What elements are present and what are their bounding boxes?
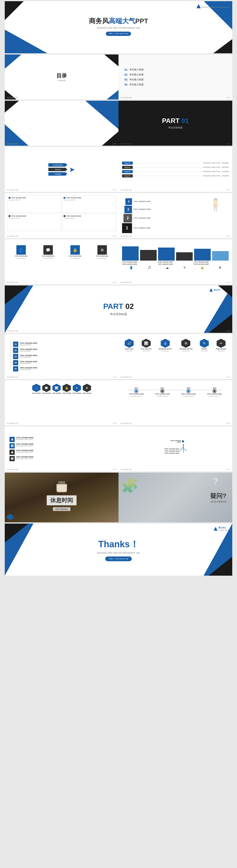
footer-slide4-right: 单击添加脚注/题文 LOGO (119, 188, 232, 192)
tree-label: TOPIC HEADER HERE (167, 440, 181, 443)
hex-shape: ⚙ (83, 384, 91, 392)
tree-row-top: TOPIC HEADER HERE (167, 440, 184, 443)
part01-sub: 单击添加标题 (168, 126, 182, 129)
step-item: Step 04单击此处输入关键文字内容，并添加描述 (122, 174, 229, 178)
tree-center: TOPIC HEADER HERE TOPIC HEADER HERE TOPI… (164, 444, 186, 458)
hex-shape: 👤 (32, 384, 40, 392)
timeline-dot (187, 390, 190, 393)
toc-item: 01.单击输入标题 (124, 68, 226, 71)
slide-topics-pyramid: TOPIC HEADER HERE单击此处输入说明文字TOPIC HEADER … (5, 193, 232, 238)
arrow-item: Finance (48, 168, 67, 171)
slide-break: ~ 休息时间 (10-15min) (5, 473, 119, 522)
hex-label: DESIGNER NOTICE (158, 348, 172, 350)
bar-chart-area (121, 242, 230, 260)
contents-center: 目录 Contents (5, 55, 119, 99)
step-item: Step 01单击此处输入关键文字内容，并添加描述 (122, 161, 229, 165)
slide-arrows-steps: Consideration Finance Strategy ➤ 单击添加脚注/… (5, 147, 232, 192)
year: 2014 (160, 387, 164, 389)
step-item: Step 02单击此处输入关键文字内容，并添加描述 (122, 166, 229, 169)
info-desc: 单击此处输入说明文字内容 (16, 458, 33, 460)
toc-list: 01.单击输入标题02.单击输入标题03.单击输入标题04.单击输入标题 (124, 66, 226, 88)
bar-icon: ☁ (166, 266, 169, 269)
question-mark: ? (213, 476, 218, 487)
hex-item: 💬 TOPIC HEADER (42, 384, 51, 394)
part01-label: PART 01 (162, 117, 189, 125)
pyr-label: TOPIC HEADER HERE (133, 200, 151, 202)
thanks-center: Thanks！ Business style high end atmosphe… (5, 524, 232, 576)
info-title: TOPIC HEADER HERE (16, 450, 33, 451)
slide5-right: 4 TOPIC HEADER HERE 3 TOPIC HEADER HERE … (119, 193, 232, 238)
hex-label: ANOTHER SETTING (179, 348, 192, 350)
question-bg: ? 🧩 疑问? (欢迎大家提问) (119, 473, 232, 522)
timeline-nodes: 2013 TOPIC HEADER HERE 单击此处输入说明文字 2014 T… (123, 387, 228, 397)
footer-part01-right: 单击添加脚注/题文 LOGO (119, 142, 232, 146)
thanks-presenter: 演讲人：Don't ask for help (105, 556, 132, 561)
hex-item: ⚙ ANOTHER SETTING 单击此处添加 (179, 339, 192, 351)
slide-contents: 目录 Contents 单击添加脚注/题文 LOGO 01.单击输入标题02.单… (5, 55, 232, 99)
coffee-icon-area: ~ (56, 484, 67, 492)
logo-area: 富山办公 Business style high end atmosphere … (197, 4, 230, 8)
pyramid-row-1: 1 TOPIC HEADER HERE (122, 223, 151, 233)
t-header: TOPIC HEADER HERE (155, 393, 170, 395)
slide9-right: 2013 TOPIC HEADER HERE 单击此处输入说明文字 2014 T… (119, 380, 232, 425)
topic-grid-left: TOPIC HEADER HERE单击此处输入说明文字TOPIC HEADER … (7, 195, 116, 231)
hex-item: 📊 DATA ANALYZE 单击此处添加 (141, 339, 151, 351)
hex-item: 🔊 AUDIO SPEC 单击此处添加 (125, 339, 134, 351)
slide-hex-timeline: 👤 TOPIC HEADER 💬 TOPIC HEADER 📊 TOPIC HE… (5, 380, 232, 425)
deco-corner-bl (5, 30, 48, 53)
pyr-num: 1 (122, 223, 132, 233)
svg-line-3 (183, 448, 187, 451)
footer-slide5-right: 单击添加脚注/题文 LOGO (119, 234, 232, 238)
info-icon: 📊 (9, 456, 15, 461)
t-header: TOPIC HEADER HERE (129, 393, 144, 395)
slide8-right: 🔊 AUDIO SPEC 单击此处添加 📊 DATA ANALYZE 单击此处添… (119, 334, 232, 379)
logo-name: 富山办公 Lanshan Office (218, 526, 229, 531)
part01-left: 单击添加脚注/题文 LOGO (5, 101, 119, 146)
timeline-dot (161, 390, 164, 393)
part02-label: PART 02 (103, 302, 134, 311)
pyramid-row-4: 4 TOPIC HEADER HERE (125, 198, 151, 205)
footer-slide9-left: 单击添加脚注/题文 LOGO (5, 422, 119, 425)
topic-card: TOPIC HEADER HERE单击此处输入说明文字 (7, 214, 61, 231)
slide1-title-area: 商务风高端大气PPT Business style high end atmos… (89, 17, 148, 36)
arrow-item: Strategy (48, 172, 67, 176)
hex-label: DESIGN (202, 348, 207, 350)
diamond-node (182, 440, 184, 442)
step-list: Step 01单击此处输入关键文字内容，并添加描述Step 02单击此处输入关键… (122, 160, 229, 179)
break-bg: ~ 休息时间 (10-15min) (5, 473, 119, 522)
step-line-v (10, 341, 11, 369)
bar (122, 246, 139, 260)
info-row: 📋 TOPIC HEADER HERE 单击此处输入说明文字内容 (9, 437, 114, 442)
part02-center: PART 02 单击添加标题 (5, 285, 232, 333)
slide-break-question: ~ 休息时间 (10-15min) ? 🧩 疑问? (欢迎大家提问) (5, 473, 232, 522)
deco-corner-br (213, 39, 232, 53)
slide10-right: TOPIC HEADER HERE TOPIC HEADER HERE TOPI… (119, 427, 232, 471)
hex-item: 🔒 TOPIC HEADER (62, 384, 71, 394)
bar (194, 249, 211, 260)
bar (158, 248, 175, 260)
silhouette: 🧍 (208, 198, 223, 212)
year: 2013 (135, 387, 138, 389)
arrow-tree: TOPIC HEADER HERE TOPIC HEADER HERE TOPI… (164, 440, 186, 458)
coffee-steam: ~ (58, 481, 65, 484)
year: 2016 (213, 387, 216, 389)
pyramid-figure: 4 TOPIC HEADER HERE 3 TOPIC HEADER HERE … (121, 197, 152, 234)
bar-icons-row: 👤 🎵 ☁ ✎ 🔒 ⚙ (121, 266, 230, 270)
pyr-label: TOPIC HEADER HERE (133, 227, 151, 229)
bar (176, 252, 193, 260)
hex-shape: 🔒 (63, 384, 71, 392)
hex-icon: 📊 (142, 339, 151, 348)
thanks-sub: Business style high end atmosphere .ppt (97, 552, 140, 554)
footer-slide8-left: 单击添加脚注/题文 LOGO (5, 375, 119, 379)
footer-slide5-left: 单击添加脚注/题文 LOGO (5, 234, 119, 238)
slide10-left: 📋 TOPIC HEADER HERE 单击此处输入说明文字内容 📊 TOPIC… (5, 427, 119, 471)
hex-lbl: TOPIC HEADER (52, 393, 61, 394)
logo-tri (214, 527, 217, 531)
numbered-step-item: 02TOPIC HEADER HERE单击此处添加说明 (13, 348, 115, 353)
slide2-right: 01.单击输入标题02.单击输入标题03.单击输入标题04.单击输入标题 单击添… (119, 55, 232, 99)
hex-lbl: TOPIC HEADER (42, 393, 51, 394)
info-title: TOPIC HEADER HERE (16, 456, 33, 458)
hex-sub: 单击此处添加 (217, 350, 225, 351)
footer-slide8-right: 单击添加脚注/题文 LOGO (119, 375, 232, 379)
hex-grid: 👤 TOPIC HEADER 💬 TOPIC HEADER 📊 TOPIC HE… (7, 382, 116, 395)
